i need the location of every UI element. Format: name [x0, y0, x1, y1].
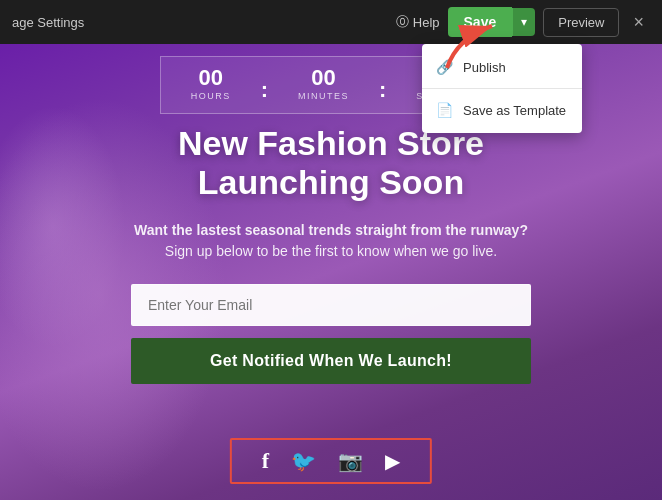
instagram-icon[interactable]: 📷	[338, 449, 363, 473]
minutes-value: 00	[311, 67, 335, 89]
help-button[interactable]: ⓪ Help	[396, 13, 440, 31]
top-bar-actions: ⓪ Help Save ▾ Preview ×	[396, 7, 650, 37]
subtitle-regular: Sign up below to be the first to know wh…	[165, 243, 497, 259]
countdown-hours: 00 HOURS	[191, 67, 231, 101]
save-template-menu-item[interactable]: 📄 Save as Template	[422, 93, 582, 127]
hours-value: 00	[198, 67, 222, 89]
sep2: :	[379, 67, 386, 103]
cta-button[interactable]: Get Notified When We Launch!	[131, 338, 531, 384]
page-title: age Settings	[12, 15, 84, 30]
save-dropdown-arrow[interactable]: ▾	[512, 8, 535, 36]
facebook-icon[interactable]: f	[262, 448, 269, 474]
preview-button[interactable]: Preview	[543, 8, 619, 37]
email-input[interactable]	[131, 284, 531, 326]
publish-menu-item[interactable]: 🔗 Publish	[422, 50, 582, 84]
help-label: Help	[413, 15, 440, 30]
hero-title: New Fashion Store Launching Soon	[178, 124, 484, 202]
template-icon: 📄	[436, 102, 453, 118]
save-button-group: Save ▾	[448, 7, 536, 37]
social-icons-row: f 🐦 📷 ▶	[230, 438, 432, 484]
sep1: :	[261, 67, 268, 103]
save-button[interactable]: Save	[448, 7, 513, 37]
publish-icon: 🔗	[436, 59, 453, 75]
subtitle-bold: Want the lastest seasonal trends straigh…	[134, 222, 528, 238]
top-bar: age Settings ⓪ Help Save ▾ Preview ×	[0, 0, 662, 44]
help-icon: ⓪	[396, 13, 409, 31]
youtube-icon[interactable]: ▶	[385, 449, 400, 473]
twitter-icon[interactable]: 🐦	[291, 449, 316, 473]
hero-title-line2: Launching Soon	[198, 163, 464, 201]
minutes-label: MINUTES	[298, 91, 349, 101]
dropdown-divider	[422, 88, 582, 89]
hours-label: HOURS	[191, 91, 231, 101]
hero-subtitle: Want the lastest seasonal trends straigh…	[134, 220, 528, 262]
publish-label: Publish	[463, 60, 506, 75]
main-content: New Fashion Store Launching Soon Want th…	[0, 124, 662, 404]
countdown-minutes: 00 MINUTES	[298, 67, 349, 101]
template-label: Save as Template	[463, 103, 566, 118]
email-input-wrapper	[131, 284, 531, 326]
save-dropdown-menu: 🔗 Publish 📄 Save as Template	[422, 44, 582, 133]
close-button[interactable]: ×	[627, 8, 650, 37]
